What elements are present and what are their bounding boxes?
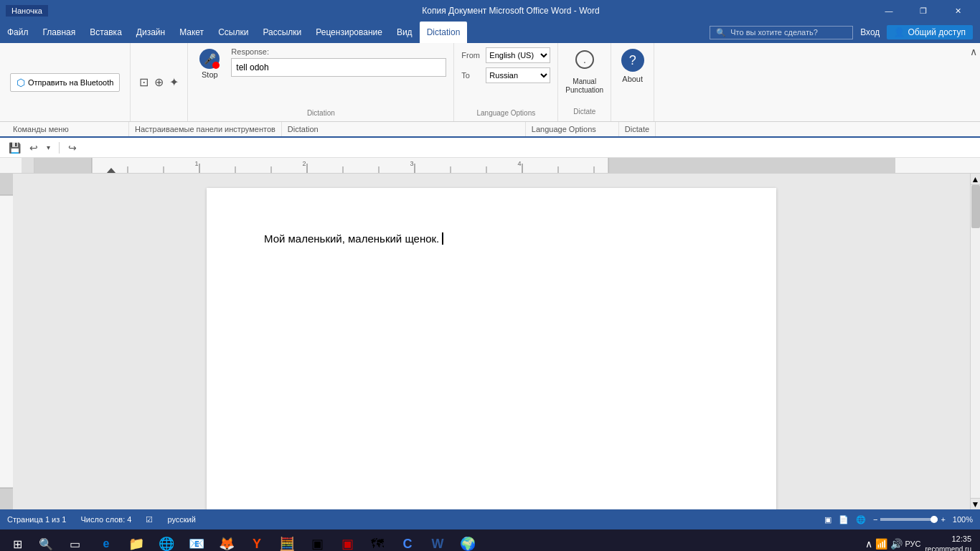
ribbon-collapse-button[interactable]: ∧ (970, 46, 977, 57)
search-button[interactable]: 🔍 (32, 529, 60, 551)
sign-in-button[interactable]: Вход (860, 27, 880, 37)
svg-rect-28 (0, 488, 13, 509)
taskbar-app1[interactable]: ▣ (303, 530, 331, 551)
page-area[interactable]: Мой маленький, маленький щенок. (13, 174, 970, 509)
taskbar: ⊞ 🔍 ▭ e 📁 🌐 📧 🦊 Y 🧮 ▣ ▣ 🗺 C W 🌍 ∧ 📶 🔊 РУ… (0, 529, 980, 551)
qa-icon-3[interactable]: ✦ (168, 74, 180, 90)
scroll-track (971, 185, 980, 498)
svg-text:1: 1 (194, 160, 198, 167)
language-status: русский (167, 515, 195, 524)
close-button[interactable]: ✕ (941, 0, 974, 22)
menu-item-review[interactable]: Рецензирование (308, 22, 390, 43)
svg-text:3: 3 (410, 160, 413, 167)
taskbar-app3[interactable]: 🌍 (453, 530, 482, 551)
taskbar-firefox[interactable]: 🦊 (212, 530, 241, 551)
horizontal-ruler: 1 2 3 4 (0, 158, 980, 174)
taskbar-mail[interactable]: 📧 (182, 530, 211, 551)
taskbar-maps[interactable]: 🗺 (363, 530, 392, 551)
taskbar-edge[interactable]: e (92, 530, 121, 551)
menu-item-dictation[interactable]: Dictation (420, 22, 468, 43)
taskbar-word[interactable]: W (423, 530, 452, 551)
zoom-out-button[interactable]: − (873, 515, 877, 524)
minimize-button[interactable]: — (872, 0, 905, 22)
view-web-button[interactable]: 🌐 (856, 515, 866, 524)
quick-access-section: ⊡ ⊕ ✦ (131, 43, 188, 121)
save-quick-button[interactable]: 💾 (6, 141, 24, 155)
about-icon[interactable]: ? (621, 49, 644, 72)
scroll-up-button[interactable]: ▲ (971, 174, 980, 185)
menu-item-home[interactable]: Главная (36, 22, 83, 43)
scroll-down-button[interactable]: ▼ (971, 498, 980, 509)
search-box[interactable]: 🔍 Что вы хотите сделать? (710, 26, 853, 39)
vertical-scrollbar[interactable]: ▲ ▼ (970, 174, 980, 509)
document-content[interactable]: Мой маленький, маленький щенок. (264, 231, 719, 248)
main-area: Мой маленький, маленький щенок. ▲ ▼ (0, 174, 980, 509)
language-group-label: Language Options (461, 106, 550, 117)
qa-icon-2[interactable]: ⊕ (153, 74, 165, 90)
redo-button[interactable]: ↪ (65, 141, 80, 155)
undo-dropdown[interactable]: ▾ (44, 142, 53, 153)
share-button[interactable]: 👤 Общий доступ (887, 25, 973, 39)
dictation-group-label: Dictation (195, 106, 446, 117)
taskbar-app2[interactable]: ▣ (333, 530, 362, 551)
start-button[interactable]: ⊞ (3, 529, 32, 551)
taskbar-explorer[interactable]: 📁 (122, 530, 151, 551)
svg-rect-27 (0, 174, 13, 195)
zoom-slider[interactable] (880, 518, 938, 521)
from-language-select[interactable]: English (US) (486, 47, 550, 63)
toolbar-separator (59, 142, 60, 154)
about-section: ? About (611, 43, 654, 121)
undo-button[interactable]: ↩ (27, 141, 41, 155)
zoom-in-button[interactable]: + (941, 515, 945, 524)
menu-item-design[interactable]: Дизайн (129, 22, 172, 43)
view-normal-button[interactable]: ▣ (824, 515, 831, 524)
qa-icon-1[interactable]: ⊡ (138, 74, 150, 90)
tray-icons: ∧ 📶 🔊 РУС (865, 538, 921, 550)
zoom-thumb (930, 516, 938, 523)
taskbar-calculator[interactable]: 🧮 (273, 530, 301, 551)
ruler-scale: 1 2 3 4 (34, 158, 980, 173)
word-page: Мой маленький, маленький щенок. (207, 188, 776, 509)
quick-toolbar: 💾 ↩ ▾ ↪ (0, 138, 980, 158)
menu-item-insert[interactable]: Вставка (83, 22, 129, 43)
taskbar-chrome2[interactable]: C (393, 530, 422, 551)
menu-item-file[interactable]: Файл (0, 22, 36, 43)
svg-text:.: . (583, 54, 586, 65)
scroll-thumb[interactable] (971, 185, 980, 228)
language-label: Language Options (526, 122, 619, 136)
stop-button[interactable]: 🎤 Stop (195, 47, 224, 80)
tray-network[interactable]: 📶 (875, 538, 887, 550)
tray-lang[interactable]: РУС (905, 540, 921, 548)
response-input[interactable] (231, 58, 446, 77)
commands-label: Команды меню (7, 122, 129, 136)
bluetooth-button[interactable]: ⬡ Отправить на Bluetooth (10, 73, 120, 92)
maximize-button[interactable]: ❐ (907, 0, 940, 22)
view-reading-button[interactable]: 📄 (839, 515, 849, 524)
proofing-icon: ☑ (146, 515, 153, 524)
to-language-select[interactable]: Russian (486, 67, 550, 83)
ribbon-labels-row: Команды меню Настраиваемые панели инстру… (0, 122, 980, 138)
menu-item-mailings[interactable]: Рассылки (255, 22, 308, 43)
svg-rect-3 (34, 158, 92, 173)
manual-punctuation-icon[interactable]: . (574, 49, 595, 75)
language-section: From English (US) To Russian Language Op… (454, 43, 558, 121)
zoom-level: 100% (953, 515, 973, 524)
system-clock[interactable]: 12:35 recommend.ru (925, 534, 971, 551)
bluetooth-section: ⬡ Отправить на Bluetooth (0, 43, 131, 121)
dictate-group-label: Dictate (573, 105, 595, 116)
svg-text:2: 2 (302, 160, 306, 167)
page-status: Страница 1 из 1 (7, 515, 66, 524)
menu-item-layout[interactable]: Макет (172, 22, 211, 43)
tray-volume[interactable]: 🔊 (890, 538, 903, 550)
taskbar-yandex[interactable]: Y (242, 530, 271, 551)
share-icon: 👤 (894, 27, 905, 37)
menu-item-view[interactable]: Вид (390, 22, 420, 43)
ribbon: ⬡ Отправить на Bluetooth ⊡ ⊕ ✦ 🎤 Stop Re… (0, 43, 980, 122)
menu-item-references[interactable]: Ссылки (211, 22, 255, 43)
dictation-label: Dictation (282, 122, 526, 136)
taskbar-chrome[interactable]: 🌐 (152, 530, 181, 551)
tray-up-arrow[interactable]: ∧ (865, 538, 872, 550)
task-view-button[interactable]: ▭ (60, 529, 89, 551)
manual-punctuation-label: ManualPunctuation (565, 77, 603, 95)
text-cursor (439, 232, 443, 245)
